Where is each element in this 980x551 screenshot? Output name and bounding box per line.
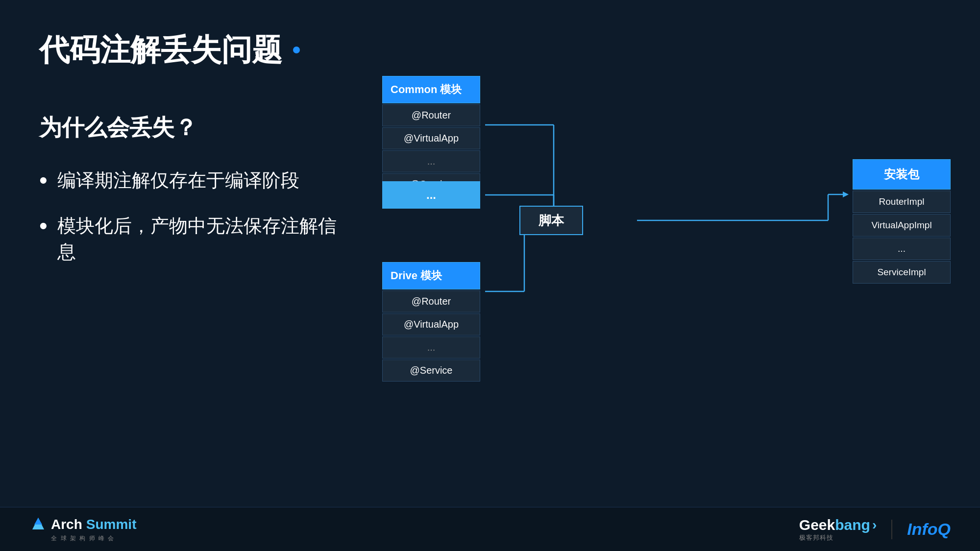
svg-marker-12 [843, 192, 849, 197]
diagram: Common 模块 @Router @VirtualApp ... @Servi… [363, 76, 951, 409]
subtitle: 为什么会丢失？ [39, 113, 343, 143]
drive-router: @Router [382, 290, 480, 312]
script-box: 脚本 [519, 206, 583, 235]
common-virtualapp: @VirtualApp [382, 127, 480, 149]
package-header: 安装包 [853, 159, 951, 190]
common-router: @Router [382, 104, 480, 126]
package-section: 安装包 RouterImpl VirtualAppImpl ... Servic… [853, 159, 951, 284]
common-module: Common 模块 @Router @VirtualApp ... @Servi… [382, 76, 480, 195]
geekbang-sub: 极客邦科技 [799, 533, 833, 542]
left-content: 为什么会丢失？ 编译期注解仅存在于编译阶段 模块化后，产物中无法保存注解信息 [39, 113, 343, 285]
bullet-text-1: 编译期注解仅存在于编译阶段 [57, 168, 299, 193]
common-ellipsis: ... [382, 150, 480, 172]
title-text: 代码注解丢失问题 [39, 29, 282, 71]
svg-marker-14 [34, 518, 42, 525]
footer: Arch Summit 全 球 架 构 师 峰 会 Geekbang › 极客邦… [0, 507, 980, 551]
title-dot [293, 47, 300, 53]
slide-title: 代码注解丢失问题 [39, 29, 941, 71]
footer-divider [891, 520, 892, 539]
footer-logo-left: Arch Summit 全 球 架 构 师 峰 会 [29, 516, 136, 543]
archsummit-logo: Arch Summit [29, 516, 136, 533]
geekbang-logo: Geekbang › 极客邦科技 [799, 517, 877, 542]
summit-text: Summit [86, 517, 137, 532]
package-service: ServiceImpl [853, 261, 951, 284]
arch-sub: 全 球 架 构 师 峰 会 [51, 534, 115, 543]
bullet-text-2: 模块化后，产物中无法保存注解信息 [57, 213, 343, 265]
drive-virtualapp: @VirtualApp [382, 313, 480, 335]
geekbang-arrow: › [872, 517, 877, 533]
bullet-item-2: 模块化后，产物中无法保存注解信息 [39, 213, 343, 265]
package-virtualapp: VirtualAppImpl [853, 214, 951, 237]
mountain-icon [29, 516, 47, 533]
drive-module: Drive 模块 @Router @VirtualApp ... @Servic… [382, 262, 480, 382]
geekbang-text: Geekbang [799, 517, 870, 533]
drive-service: @Service [382, 359, 480, 382]
common-module-header: Common 模块 [382, 76, 480, 103]
middle-ellipsis-box: ... [382, 181, 480, 209]
slide: 代码注解丢失问题 为什么会丢失？ 编译期注解仅存在于编译阶段 模块化后，产物中无… [0, 0, 980, 551]
package-router: RouterImpl [853, 191, 951, 213]
bullet-item-1: 编译期注解仅存在于编译阶段 [39, 168, 343, 193]
drive-ellipsis: ... [382, 336, 480, 359]
bullet-list: 编译期注解仅存在于编译阶段 模块化后，产物中无法保存注解信息 [39, 168, 343, 265]
infoq-text: InfoQ [907, 520, 951, 539]
package-ellipsis: ... [853, 238, 951, 260]
footer-logo-right: Geekbang › 极客邦科技 InfoQ [799, 517, 951, 542]
arch-text: Arch [51, 517, 82, 532]
drive-module-header: Drive 模块 [382, 262, 480, 289]
